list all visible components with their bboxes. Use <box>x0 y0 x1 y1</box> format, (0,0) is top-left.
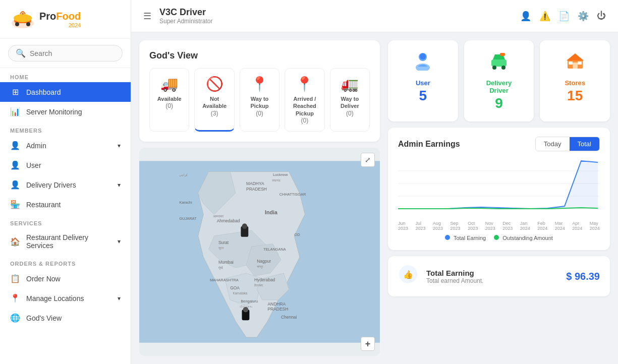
legend-dot-outstanding <box>494 235 499 240</box>
svg-text:Nagpur: Nagpur <box>257 259 271 264</box>
sidebar-item-admin-label: Admin <box>26 142 46 150</box>
total-earning-amount: $ 96.39 <box>566 271 600 282</box>
alert-icon[interactable]: ⚠️ <box>539 11 550 22</box>
svg-text:CHHATTISGAR: CHHATTISGAR <box>279 192 306 197</box>
sidebar-item-gods-view-label: God's View <box>26 314 62 322</box>
arrived-count: (0) <box>290 117 319 124</box>
svg-rect-53 <box>500 53 505 56</box>
svg-text:ANDHRA: ANDHRA <box>267 301 286 306</box>
svg-text:नागपुर: नागपुर <box>256 265 263 269</box>
user-stat-icon <box>396 50 450 75</box>
sidebar-item-rds-label: Restaurant Delivery Services <box>26 233 111 250</box>
search-box[interactable]: 🔍 <box>8 45 123 62</box>
driver-stat-value: 9 <box>472 95 526 111</box>
chevron-down-icon-rds: ▾ <box>118 238 121 245</box>
user-stat-label: User <box>396 79 450 87</box>
admin-icon: 👤 <box>10 141 20 150</box>
total-earning-icon: 👍 <box>398 264 418 288</box>
header-title-group: V3C Driver Super Administrator <box>159 7 212 25</box>
way-to-pickup-count: (0) <box>245 110 274 117</box>
sidebar-item-admin[interactable]: 👤 Admin ▾ <box>0 136 131 155</box>
svg-marker-63 <box>398 161 598 209</box>
services-section-label: SERVICES <box>0 214 131 228</box>
legend-dot-earning <box>445 235 450 240</box>
sidebar-item-user-label: User <box>26 161 41 169</box>
menu-icon[interactable]: ☰ <box>143 11 151 22</box>
status-cards: 🚚 Available (0) 🚫 Not Available (3) 📍 Wa… <box>149 68 370 132</box>
stores-stat-label: Stores <box>548 79 602 87</box>
status-card-way-deliver[interactable]: 🚛 Way to Deliver (0) <box>330 68 370 132</box>
svg-text:मुंबई: मुंबई <box>218 266 223 270</box>
sidebar-item-server-monitoring[interactable]: 📊 Server Monitoring <box>0 102 131 122</box>
arrived-icon: 📍 <box>290 76 319 92</box>
svg-text:PRADESH: PRADESH <box>267 307 288 312</box>
available-count: (0) <box>155 102 184 109</box>
svg-point-43 <box>242 223 248 229</box>
svg-text:Hyderabad: Hyderabad <box>254 277 275 282</box>
sidebar-item-user[interactable]: 👤 User <box>0 155 131 175</box>
settings-icon[interactable]: ⚙️ <box>578 11 589 22</box>
legend-total-earning: Total Earning <box>445 235 486 241</box>
sidebar: ProFood 2024 🔍 HOME ⊞ Dashboard 📊 Server… <box>0 0 131 364</box>
chevron-down-icon: ▾ <box>118 142 121 149</box>
svg-rect-49 <box>491 59 507 67</box>
svg-text:TELANGANA: TELANGANA <box>263 247 286 252</box>
user-stat-value: 5 <box>396 88 450 104</box>
server-monitoring-icon: 📊 <box>10 107 20 116</box>
sidebar-item-order-now[interactable]: 📋 Order Now <box>0 269 131 288</box>
document-icon[interactable]: 📄 <box>558 11 570 22</box>
svg-text:GOA: GOA <box>230 285 240 290</box>
main-area: ☰ V3C Driver Super Administrator 👤 ⚠️ 📄 … <box>131 0 618 364</box>
logo-food: Food <box>56 11 81 22</box>
svg-text:हैदराबाद: हैदराबाद <box>254 283 263 287</box>
header: ☰ V3C Driver Super Administrator 👤 ⚠️ 📄 … <box>131 0 618 32</box>
status-card-available[interactable]: 🚚 Available (0) <box>149 68 189 132</box>
svg-rect-58 <box>578 62 582 65</box>
header-subtitle: Super Administrator <box>159 18 212 25</box>
svg-text:Chennai: Chennai <box>281 315 297 320</box>
svg-text:अहमदाबाद: अहमदाबाद <box>213 214 224 218</box>
user-icon: 👤 <box>10 160 20 170</box>
svg-text:Surat: Surat <box>218 240 229 245</box>
sidebar-item-order-label: Order Now <box>26 275 61 283</box>
sidebar-item-restaurant-label: Restaurant <box>26 201 61 209</box>
status-card-not-available[interactable]: 🚫 Not Available (3) <box>194 68 234 132</box>
map-zoom-button[interactable]: + <box>361 337 375 351</box>
chevron-down-icon-loc: ▾ <box>118 295 121 302</box>
map-fullscreen-button[interactable]: ⤢ <box>361 153 375 167</box>
total-earning-subtitle: Total earned Amount. <box>426 277 558 284</box>
earnings-title: Admin Earnings <box>398 140 460 149</box>
stat-card-driver: DeliveryDriver 9 <box>464 40 534 122</box>
sidebar-item-manage-locations[interactable]: 📍 Manage Locations ▾ <box>0 288 131 308</box>
search-input[interactable] <box>30 49 115 57</box>
svg-point-52 <box>501 66 505 70</box>
sidebar-item-dashboard[interactable]: ⊞ Dashboard <box>0 82 131 102</box>
svg-text:लखनऊ: लखनऊ <box>271 178 280 182</box>
order-icon: 📋 <box>10 274 20 283</box>
sidebar-item-restaurant[interactable]: 🏪 Restaurant <box>0 195 131 214</box>
status-card-way-pickup[interactable]: 📍 Way to Pickup (0) <box>240 68 279 132</box>
driver-stat-icon <box>472 50 526 75</box>
legend-outstanding: Outstanding Amount <box>494 235 553 241</box>
sidebar-item-locations-label: Manage Locations <box>26 294 84 302</box>
sidebar-item-delivery-drivers[interactable]: 👤 Delivery Drivers ▾ <box>0 175 131 195</box>
sidebar-item-restaurant-delivery-services[interactable]: 🏠 Restaurant Delivery Services ▾ <box>0 228 131 255</box>
svg-text:MAHARASHTRA: MAHARASHTRA <box>210 278 239 282</box>
user-profile-icon[interactable]: 👤 <box>520 11 531 22</box>
stat-card-user: User 5 <box>388 40 458 122</box>
svg-point-48 <box>420 53 426 59</box>
svg-text:India: India <box>265 209 277 215</box>
logo-text: ProFood 2024 <box>39 11 81 28</box>
dashboard-icon: ⊞ <box>10 87 20 97</box>
stat-card-stores: Stores 15 <box>540 40 610 122</box>
sidebar-item-gods-view[interactable]: 🌐 God's View <box>0 308 131 328</box>
tab-today[interactable]: Today <box>536 137 570 151</box>
svg-point-2 <box>14 14 32 22</box>
svg-text:Karnataka: Karnataka <box>233 291 248 295</box>
svg-text:Mumbai: Mumbai <box>218 260 234 265</box>
power-icon[interactable]: ⏻ <box>597 11 606 21</box>
tab-total[interactable]: Total <box>570 137 599 151</box>
status-card-arrived[interactable]: 📍 Arrived / Reached Pickup (0) <box>285 68 324 132</box>
orders-section-label: ORDERS & REPORTS <box>0 255 131 269</box>
header-left: ☰ V3C Driver Super Administrator <box>143 7 212 25</box>
